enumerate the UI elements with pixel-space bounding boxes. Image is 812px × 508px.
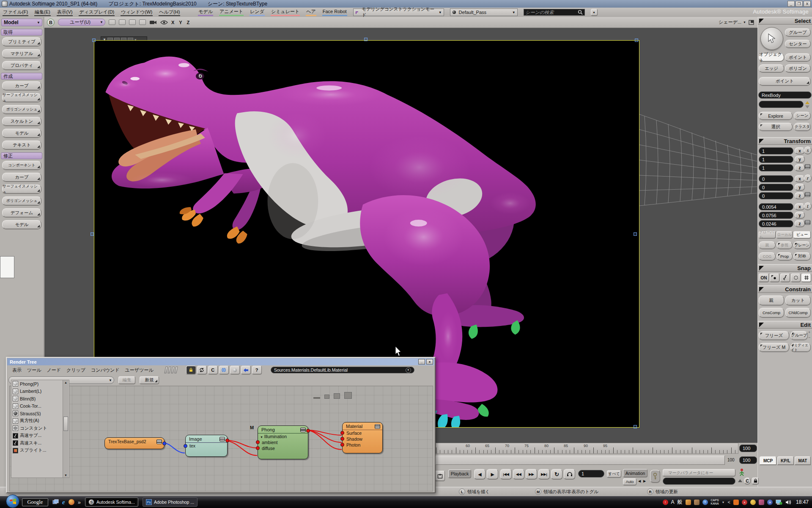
translate-z-field[interactable]: [759, 220, 793, 227]
prop-button[interactable]: Prop: [776, 252, 793, 260]
constrain-parent-button[interactable]: 親: [759, 295, 784, 305]
quicklaunch-more-icon[interactable]: »: [78, 499, 81, 505]
immediate-button[interactable]: イミディエイト: [790, 343, 811, 352]
new-button[interactable]: 新規: [140, 376, 159, 384]
node-menu-icon[interactable]: [156, 439, 162, 444]
left-panel-button[interactable]: コンポーネント: [2, 161, 41, 170]
global-mode-button[interactable]: グローバル: [759, 231, 776, 238]
range-end-field[interactable]: [739, 456, 757, 464]
shader-list-item[interactable]: 高速スキ...: [11, 439, 63, 447]
chldcomp-button[interactable]: ChldComp: [785, 308, 811, 318]
frame-forward-button[interactable]: ▶: [487, 469, 498, 479]
freeze-m-button[interactable]: フリーズ M: [759, 343, 789, 352]
transform-panel-header[interactable]: Transform: [758, 137, 812, 145]
scale-mode-button[interactable]: s: [804, 146, 812, 154]
rt-menu-tools[interactable]: ツール: [27, 367, 41, 373]
node-menu-icon[interactable]: [300, 428, 306, 432]
rt-menu-clips[interactable]: クリップ: [66, 367, 85, 373]
module-model[interactable]: モデル: [198, 8, 213, 16]
input-port-tex[interactable]: [184, 444, 187, 448]
selection-filter-field[interactable]: [759, 101, 804, 108]
rotate-mode-button[interactable]: r: [804, 174, 812, 182]
material-path-dropdown[interactable]: Sources.Materials.DefaultLib.Material ▼: [271, 367, 414, 373]
left-panel-button[interactable]: テキスト: [2, 141, 41, 149]
memo-add-button[interactable]: [435, 471, 445, 481]
scroll-down-icon[interactable]: ▼: [64, 474, 67, 477]
plus-icon[interactable]: +: [808, 330, 810, 334]
scale-y-field[interactable]: [759, 156, 793, 163]
shader-list-item[interactable]: Phong(P): [11, 380, 63, 388]
symmetry-button[interactable]: 対称: [793, 252, 811, 260]
timeline-range-slider[interactable]: [436, 456, 725, 465]
node-material[interactable]: Material Surface Shadow Photon: [342, 422, 383, 453]
axis-buttons[interactable]: X Y Z: [171, 20, 191, 25]
model-selector[interactable]: Model ▼: [1, 19, 42, 26]
character-icon[interactable]: [739, 468, 745, 477]
close-button[interactable]: X: [804, 1, 811, 7]
explorer-quicklaunch-icon[interactable]: [52, 499, 59, 505]
left-panel-button[interactable]: スケルトン: [2, 117, 41, 126]
menu-window[interactable]: ウィンドウ(W): [121, 8, 153, 16]
shading-dropdown[interactable]: シェーデ... ▼: [719, 19, 746, 25]
volume-tray-icon[interactable]: [785, 500, 791, 505]
output-port[interactable]: [225, 439, 229, 442]
close-icon[interactable]: x: [426, 359, 433, 364]
spinner-down-icon[interactable]: [805, 105, 809, 108]
input-port-shadow[interactable]: [340, 437, 344, 441]
alert-tray-icon[interactable]: !: [663, 500, 668, 505]
selection-handle[interactable]: [634, 425, 637, 428]
node-menu-icon[interactable]: [375, 424, 380, 429]
object-filter-button[interactable]: オブジェクト: [759, 53, 784, 61]
lock-view-button[interactable]: [186, 366, 196, 374]
refresh-button[interactable]: [197, 366, 207, 374]
ime-help-icon[interactable]: ?: [702, 500, 708, 505]
left-panel-button[interactable]: カーブ: [2, 81, 41, 90]
scale-link-icon[interactable]: [805, 164, 810, 169]
scale-z-field[interactable]: [759, 164, 793, 171]
ime-toolbox-icon[interactable]: [694, 500, 700, 505]
minimize-icon[interactable]: _: [418, 359, 425, 364]
spinner-up-icon[interactable]: [805, 101, 809, 104]
snap-circle-button[interactable]: [791, 273, 801, 282]
mark-param-field[interactable]: [663, 469, 735, 476]
viewport-mini-button[interactable]: [139, 19, 146, 25]
node-menu-icon[interactable]: [219, 437, 225, 442]
cog-button[interactable]: COG: [759, 252, 776, 260]
viewport-b-button[interactable]: B: [47, 19, 55, 26]
left-panel-button[interactable]: マテリアル: [2, 49, 41, 58]
camera-icon[interactable]: [149, 19, 157, 25]
snap-panel-header[interactable]: Snap: [758, 264, 812, 272]
loop-button[interactable]: ↻: [551, 469, 562, 479]
output-port[interactable]: [162, 442, 166, 445]
menu-help[interactable]: ヘルプ(H): [159, 8, 180, 16]
shader-list[interactable]: Phong(P) Lambert(L) Blinn(B) Cook-Tor...…: [11, 380, 69, 478]
go-end-button[interactable]: ▶▶|: [538, 469, 550, 479]
taskbar-task-softimage[interactable]: S Autodesk Softima...: [85, 497, 138, 507]
tab-mcp[interactable]: MCP: [760, 456, 776, 465]
viewport-mini-button[interactable]: [109, 19, 115, 25]
sphere-preview-button[interactable]: [230, 366, 240, 374]
back-button[interactable]: [241, 366, 251, 374]
translate-link-icon[interactable]: [805, 220, 810, 225]
selection-handle[interactable]: [364, 38, 368, 41]
rt-menu-view[interactable]: 表示: [12, 367, 22, 373]
render-tree-title-bar[interactable]: Render Tree _ x: [7, 358, 434, 365]
parent-ref-button[interactable]: 親: [759, 241, 776, 249]
tray-collapse-icon[interactable]: <: [728, 500, 730, 505]
rotate-x-field[interactable]: [759, 175, 793, 182]
shader-list-scrollbar[interactable]: ▲ ▼: [63, 380, 69, 478]
shader-list-item[interactable]: Cook-Tor...: [11, 403, 63, 410]
left-panel-button[interactable]: モデル: [2, 220, 41, 229]
prev-key-button[interactable]: ◀◀: [513, 469, 524, 479]
tab-mat[interactable]: MAT: [795, 456, 811, 465]
playback-menu-button[interactable]: Playback: [448, 469, 471, 478]
selection-handle[interactable]: [635, 39, 638, 42]
start-button[interactable]: [6, 494, 19, 508]
selection-handle[interactable]: [91, 232, 94, 236]
module-face-robot[interactable]: Face Robot: [322, 8, 347, 16]
scene-button[interactable]: シーン: [794, 112, 811, 120]
eye-icon[interactable]: [160, 20, 168, 25]
module-render[interactable]: レンダ: [250, 8, 265, 16]
search-options-button[interactable]: ▼: [591, 9, 598, 16]
left-panel-button[interactable]: サーフェイスメッシュ: [2, 185, 41, 193]
